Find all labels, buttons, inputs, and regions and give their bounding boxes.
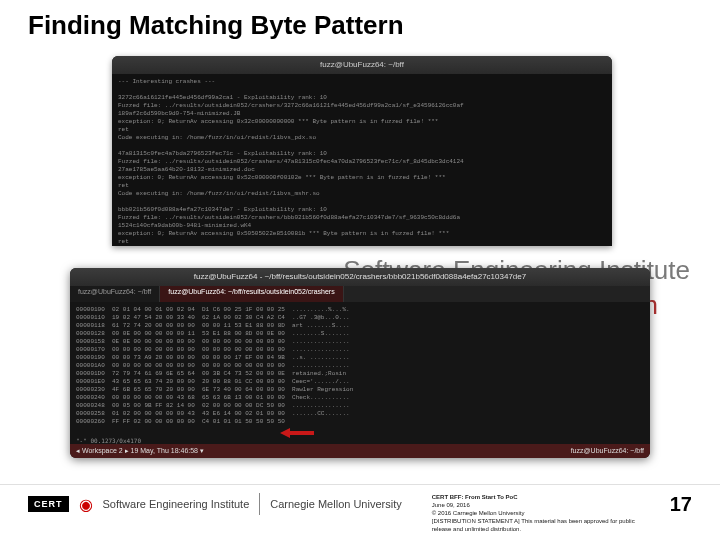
cert-logo: CERT <box>28 496 69 512</box>
page-number: 17 <box>650 493 692 516</box>
terminal-top-titlebar: fuzz@UbuFuzz64: ~/bff <box>112 56 612 74</box>
terminal-bottom: fuzz@UbuFuzz64 - ~/bff/results/outsidein… <box>70 268 650 458</box>
desktop-statusbar: ◂ Workspace 2 ▸ 19 May, Thu 18:46:58 ▾ f… <box>70 444 650 458</box>
sei-text: Software Engineering Institute <box>103 498 250 510</box>
footer-logos: CERT ◉ Software Engineering Institute Ca… <box>28 493 402 515</box>
footer-divider <box>259 493 260 515</box>
cmu-text: Carnegie Mellon University <box>270 498 401 510</box>
status-right: fuzz@UbuFuzz64: ~/bff <box>571 444 644 458</box>
footer-distribution: [DISTRIBUTION STATEMENT A] This material… <box>432 517 650 533</box>
hex-dump: 00000100 02 01 04 00 01 00 02 04 D1 C6 0… <box>70 302 650 430</box>
terminal-top-output: --- Interesting crashes --- 3272c66a1612… <box>112 74 612 246</box>
slide-footer: CERT ◉ Software Engineering Institute Ca… <box>0 484 720 540</box>
sei-swirl-icon: ◉ <box>79 495 93 514</box>
footer-meta: CERT BFF: From Start To PoC June 09, 201… <box>402 493 650 533</box>
highlight-arrow-icon <box>280 428 314 438</box>
slide-title: Finding Matching Byte Pattern <box>28 10 404 41</box>
footer-title: CERT BFF: From Start To PoC <box>432 493 650 501</box>
terminal-top: fuzz@UbuFuzz64: ~/bff --- Interesting cr… <box>112 56 612 246</box>
terminal-tab-1[interactable]: fuzz@UbuFuzz64: ~/bff <box>70 286 160 302</box>
terminal-tabbar: fuzz@UbuFuzz64: ~/bff fuzz@UbuFuzz64: ~/… <box>70 286 650 302</box>
vim-status: "-" 00.1273/0x4170 <box>76 437 141 444</box>
footer-date: June 09, 2016 <box>432 501 650 509</box>
terminal-tab-2[interactable]: fuzz@UbuFuzz64: ~/bff/results/outsidein0… <box>160 286 343 302</box>
footer-copyright: © 2016 Carnegie Mellon University <box>432 509 650 517</box>
workspace-indicator: ◂ Workspace 2 ▸ 19 May, Thu 18:46:58 ▾ <box>76 444 204 458</box>
terminal-bottom-titlebar: fuzz@UbuFuzz64 - ~/bff/results/outsidein… <box>70 268 650 286</box>
